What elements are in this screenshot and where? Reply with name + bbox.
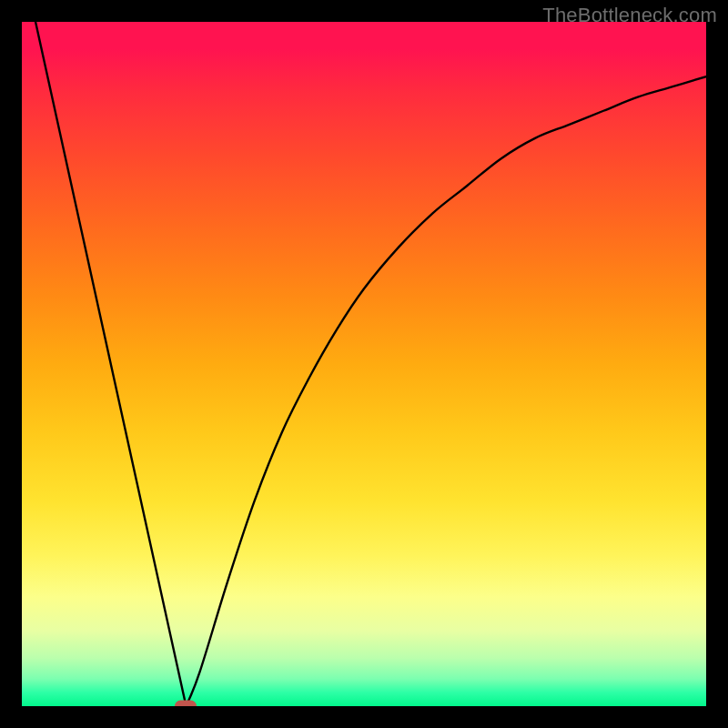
curve-path bbox=[35, 22, 706, 706]
optimal-point-marker bbox=[175, 701, 197, 707]
watermark-text: TheBottleneck.com bbox=[542, 4, 717, 27]
bottleneck-curve bbox=[22, 22, 706, 706]
plot-area bbox=[22, 22, 706, 706]
chart-frame: TheBottleneck.com bbox=[0, 0, 728, 728]
